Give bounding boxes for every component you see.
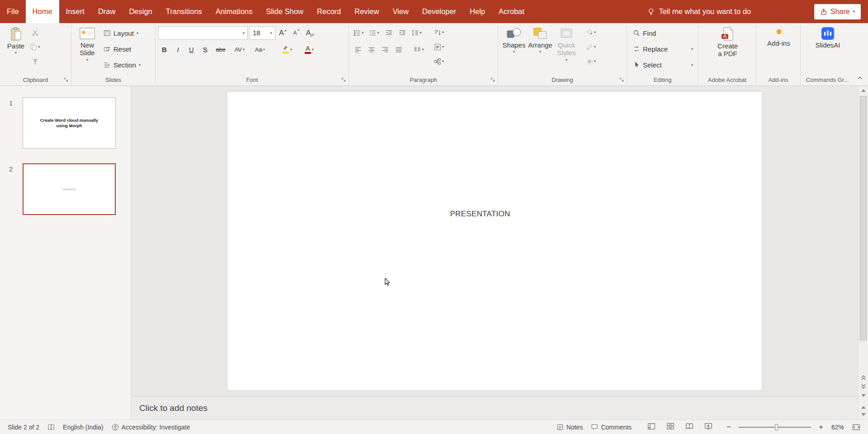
tab-home[interactable]: Home [26, 0, 59, 23]
tab-record[interactable]: Record [310, 0, 348, 23]
tab-view[interactable]: View [386, 0, 415, 23]
tab-insert[interactable]: Insert [59, 0, 91, 23]
create-pdf-button[interactable]: Create a PDF [712, 25, 744, 58]
text-shadow-button[interactable]: S [199, 43, 211, 56]
spell-check-button[interactable] [43, 420, 59, 434]
next-slide-button[interactable] [859, 382, 868, 391]
scroll-up-button[interactable] [859, 86, 868, 95]
slide-surface[interactable]: PRESENTATION [227, 91, 763, 391]
align-right-button[interactable] [379, 43, 391, 56]
zoom-percentage[interactable]: 62% [827, 420, 848, 434]
slideshow-view-button[interactable] [704, 422, 712, 432]
tab-transitions[interactable]: Transitions [159, 0, 209, 23]
character-spacing-button[interactable]: AV▾ [230, 43, 249, 56]
layout-button[interactable]: Layout▾ [100, 26, 144, 40]
font-size-combo[interactable]: ▾ [249, 26, 275, 40]
slide-2-preview[interactable]: PRESENTATION [23, 163, 116, 215]
text-direction-button[interactable]: ▾ [429, 26, 448, 39]
font-size-input[interactable] [253, 29, 267, 37]
reset-button[interactable]: Reset [100, 42, 144, 56]
underline-button[interactable]: U [185, 43, 198, 56]
tab-draw[interactable]: Draw [91, 0, 123, 23]
slide-sorter-view-button[interactable] [666, 422, 675, 432]
notes-scroll-up-button[interactable] [859, 404, 868, 411]
notes-panel[interactable]: Click to add notes [131, 396, 858, 420]
scrollbar-thumb[interactable] [860, 96, 867, 340]
bold-button[interactable]: B [158, 43, 170, 56]
tab-animations[interactable]: Animations [209, 0, 259, 23]
shape-outline-button[interactable]: ▾ [581, 40, 600, 53]
previous-slide-button[interactable] [859, 373, 868, 382]
slidesai-button[interactable]: SlidesAI [809, 25, 847, 49]
paste-button[interactable]: Paste ▾ [3, 25, 29, 55]
decrease-indent-button[interactable] [382, 26, 395, 39]
copy-button[interactable]: ▾ [29, 40, 41, 53]
slide-thumbnail-2[interactable]: 2 PRESENTATION [23, 163, 116, 215]
increase-indent-button[interactable] [396, 26, 408, 39]
format-painter-button[interactable] [29, 55, 41, 68]
justify-button[interactable] [392, 43, 405, 56]
notes-scroll-down-button[interactable] [859, 411, 868, 418]
convert-smartart-button[interactable]: ▾ [429, 55, 448, 68]
normal-view-button[interactable] [647, 422, 656, 432]
replace-button[interactable]: Replace▾ [630, 42, 696, 56]
italic-button[interactable]: I [172, 43, 184, 56]
bullets-button[interactable]: ▾ [352, 26, 366, 39]
paragraph-dialog-launcher[interactable] [490, 77, 495, 82]
zoom-out-button[interactable]: − [722, 420, 735, 434]
tell-me-box[interactable]: Tell me what you want to do [647, 0, 751, 23]
change-case-button[interactable]: Aa▾ [250, 43, 269, 56]
share-button[interactable]: Share ▾ [814, 4, 861, 19]
columns-button[interactable]: ▾ [412, 43, 426, 56]
section-button[interactable]: Section▾ [100, 57, 144, 72]
shape-effects-button[interactable]: ▾ [581, 55, 600, 68]
font-name-combo[interactable]: ▾ [158, 26, 248, 40]
font-dialog-launcher[interactable] [341, 77, 346, 82]
highlight-color-button[interactable]: ▾ [277, 43, 297, 56]
tab-file[interactable]: File [0, 0, 26, 23]
drawing-dialog-launcher[interactable] [619, 77, 624, 82]
tab-design[interactable]: Design [122, 0, 159, 23]
notes-toggle-button[interactable]: Notes [552, 420, 587, 434]
shapes-button[interactable]: Shapes ▾ [501, 25, 527, 54]
accessibility-checker[interactable]: Accessibility: Investigate [108, 420, 194, 434]
vertical-scrollbar[interactable] [858, 86, 868, 420]
align-left-button[interactable] [352, 43, 364, 56]
decrease-font-size-button[interactable]: A▾ [290, 26, 302, 39]
scrollbar-track[interactable] [859, 95, 868, 373]
slide-indicator[interactable]: Slide 2 of 2 [4, 420, 43, 434]
numbering-button[interactable]: ▾ [367, 26, 381, 39]
strikethrough-button[interactable]: abe [212, 43, 229, 56]
reading-view-button[interactable] [685, 422, 693, 432]
slide-title-text[interactable]: PRESENTATION [450, 210, 510, 219]
fit-to-window-button[interactable] [848, 420, 864, 434]
tab-review[interactable]: Review [348, 0, 386, 23]
slide-1-preview[interactable]: Create Word cloud manually using Morph [23, 97, 116, 149]
tab-slide-show[interactable]: Slide Show [259, 0, 311, 23]
new-slide-button[interactable]: New Slide ▾ [74, 25, 100, 62]
quick-styles-button[interactable]: Quick Styles ▾ [553, 25, 580, 62]
notes-scrollbar[interactable] [859, 404, 868, 420]
tab-developer[interactable]: Developer [415, 0, 463, 23]
line-spacing-button[interactable]: ▾ [410, 26, 424, 39]
clear-formatting-button[interactable]: A [304, 26, 316, 39]
shape-fill-button[interactable]: ▾ [581, 26, 600, 39]
clipboard-dialog-launcher[interactable] [63, 77, 69, 82]
tab-help[interactable]: Help [463, 0, 492, 23]
slide-thumbnail-1[interactable]: 1 Create Word cloud manually using Morph [23, 97, 116, 149]
zoom-in-button[interactable]: + [815, 420, 827, 434]
align-center-button[interactable] [365, 43, 377, 56]
language-indicator[interactable]: English (India) [59, 420, 108, 434]
tab-acrobat[interactable]: Acrobat [492, 0, 531, 23]
collapse-ribbon-button[interactable] [855, 74, 864, 82]
comments-toggle-button[interactable]: Comments [587, 420, 636, 434]
cut-button[interactable] [29, 26, 41, 39]
find-button[interactable]: Find [630, 26, 696, 40]
zoom-slider-thumb[interactable] [775, 424, 778, 430]
select-button[interactable]: Select▾ [630, 57, 696, 72]
increase-font-size-button[interactable]: A▴ [277, 26, 289, 39]
addins-button[interactable]: Add-ins [763, 25, 795, 47]
font-color-button[interactable]: A▾ [299, 43, 320, 56]
zoom-slider[interactable] [739, 427, 811, 428]
align-text-button[interactable]: ▾ [429, 40, 448, 53]
